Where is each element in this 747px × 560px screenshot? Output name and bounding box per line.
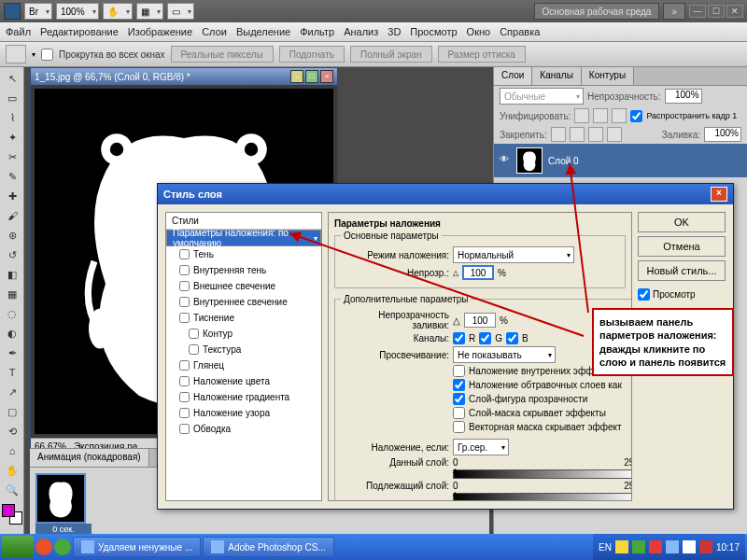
workspace-button[interactable]: Основная рабочая среда — [534, 3, 660, 20]
lock-pixels[interactable] — [570, 127, 585, 142]
blend-mode-select-dlg[interactable]: Нормальный — [453, 246, 574, 263]
gradient-tool[interactable]: ▦ — [2, 285, 22, 303]
path-tool[interactable]: ↗ — [2, 383, 22, 401]
dialog-close[interactable]: × — [711, 187, 727, 202]
layers-tab[interactable]: Слои — [494, 67, 532, 85]
stamp-tool[interactable]: ⊛ — [2, 226, 22, 245]
blendif-select[interactable]: Гр.сер. — [453, 439, 509, 455]
new-style-button[interactable]: Новый стиль... — [638, 260, 726, 281]
preview-checkbox[interactable] — [638, 288, 650, 301]
style-checkbox[interactable] — [179, 313, 190, 323]
this-layer-slider[interactable]: ▲▲ — [453, 469, 632, 479]
tray-icon[interactable] — [632, 540, 645, 553]
lock-trans[interactable] — [551, 127, 566, 142]
style-item-1[interactable]: Тень — [166, 246, 321, 262]
blur-tool[interactable]: ◌ — [2, 304, 22, 323]
document-titlebar[interactable]: 1_15.jpg @ 66,7% (Слой 0, RGB/8) * - □ × — [31, 68, 337, 85]
cb-vector-mask[interactable] — [453, 421, 465, 433]
quicklaunch-opera[interactable] — [35, 539, 52, 555]
fit-screen-button[interactable]: Подогнать — [279, 46, 345, 63]
menu-file[interactable]: Файл — [6, 26, 31, 37]
style-item-7[interactable]: Текстура — [166, 342, 321, 357]
style-checkbox[interactable] — [179, 249, 190, 259]
doc-close[interactable]: × — [320, 70, 333, 83]
doc-maximize[interactable]: □ — [305, 70, 318, 83]
crop-tool[interactable]: ✂ — [2, 147, 22, 166]
print-size-button[interactable]: Размер оттиска — [438, 46, 526, 63]
cancel-button[interactable]: Отмена — [638, 236, 726, 257]
history-brush-tool[interactable]: ↺ — [2, 245, 22, 264]
minimize-button[interactable]: — — [689, 5, 706, 18]
style-item-6[interactable]: Контур — [166, 326, 321, 342]
style-item-3[interactable]: Внешнее свечение — [166, 278, 321, 294]
style-item-5[interactable]: Тиснение — [166, 310, 321, 326]
menu-window[interactable]: Окно — [467, 26, 491, 37]
brush-tool[interactable]: 🖌 — [2, 206, 22, 225]
type-tool[interactable]: T — [2, 363, 22, 382]
menu-view[interactable]: Просмотр — [410, 26, 457, 37]
quicklaunch-utorrent[interactable] — [54, 539, 71, 555]
ok-button[interactable]: OK — [638, 212, 726, 232]
tray-icon[interactable] — [683, 540, 696, 553]
unify-btn2[interactable] — [593, 108, 608, 123]
move-tool[interactable]: ↖ — [2, 69, 22, 88]
style-checkbox[interactable] — [179, 360, 190, 371]
style-item-4[interactable]: Внутреннее свечение — [166, 294, 321, 310]
knockout-select[interactable]: Не показывать — [453, 346, 556, 363]
layer-thumb[interactable] — [516, 147, 543, 174]
blend-mode-select[interactable]: Обычные — [500, 88, 584, 105]
under-layer-slider[interactable]: ▲▲ — [453, 493, 632, 501]
opacity-input[interactable]: 100% — [665, 89, 702, 104]
channels-tab[interactable]: Каналы — [532, 67, 582, 85]
style-item-12[interactable]: Обводка — [166, 421, 321, 437]
3d-tool[interactable]: ⟲ — [2, 422, 22, 441]
cb-clip-layers[interactable] — [453, 379, 465, 391]
zoom-dropdown[interactable]: 100% — [56, 3, 99, 20]
channel-g[interactable] — [479, 332, 491, 344]
marquee-tool[interactable]: ▭ — [2, 89, 22, 107]
style-checkbox[interactable] — [179, 281, 190, 291]
task-1[interactable]: Удаляем ненужные ... — [73, 537, 201, 557]
actual-pixels-button[interactable]: Реальные пикселы — [171, 46, 274, 63]
lang-indicator[interactable]: EN — [599, 542, 612, 553]
opacity-input-dlg[interactable]: 100 — [462, 265, 494, 280]
menu-analysis[interactable]: Анализ — [344, 26, 378, 37]
tray-icon[interactable] — [615, 540, 628, 553]
workspace-more[interactable]: » — [663, 3, 685, 20]
style-item-9[interactable]: Наложение цвета — [166, 373, 321, 389]
start-button[interactable] — [2, 536, 34, 558]
menu-3d[interactable]: 3D — [388, 26, 401, 37]
style-checkbox[interactable] — [179, 265, 190, 275]
style-checkbox[interactable] — [179, 392, 190, 402]
menu-help[interactable]: Справка — [500, 26, 540, 37]
style-item-0[interactable]: Параметры наложения: по умолчанию — [166, 230, 321, 246]
chevron-down-icon[interactable]: ▾ — [32, 50, 35, 59]
fg-color[interactable] — [2, 504, 15, 517]
view-dropdown[interactable]: ▦ — [136, 3, 163, 20]
zoom-tool[interactable]: 🔍 — [2, 481, 22, 499]
menu-edit[interactable]: Редактирование — [40, 26, 119, 37]
3d-cam-tool[interactable]: ⌂ — [2, 441, 22, 460]
paths-tab[interactable]: Контуры — [582, 67, 634, 85]
screen-dropdown[interactable]: ▭ — [167, 3, 194, 20]
lock-all[interactable] — [607, 127, 622, 142]
tray-icon[interactable] — [649, 540, 662, 553]
style-item-11[interactable]: Наложение узора — [166, 405, 321, 421]
propagate-checkbox[interactable] — [630, 110, 642, 122]
unify-btn1[interactable] — [574, 108, 589, 123]
doc-minimize[interactable]: - — [290, 70, 303, 83]
heal-tool[interactable]: ✚ — [2, 187, 22, 205]
shape-tool[interactable]: ▢ — [2, 402, 22, 421]
eyedropper-tool[interactable]: ✎ — [2, 167, 22, 186]
tray-icon-avira[interactable] — [699, 540, 712, 553]
menu-layer[interactable]: Слои — [202, 26, 227, 37]
menu-filter[interactable]: Фильтр — [300, 26, 334, 37]
style-checkbox[interactable] — [189, 344, 199, 355]
cb-trans-shapes[interactable] — [453, 393, 465, 405]
dialog-titlebar[interactable]: Стиль слоя × — [158, 184, 733, 204]
lasso-tool[interactable]: ⌇ — [2, 108, 22, 127]
color-swatches[interactable] — [2, 504, 22, 526]
hand-tool[interactable]: ✋ — [2, 461, 22, 480]
style-checkbox[interactable] — [179, 408, 190, 418]
scroll-all-checkbox[interactable] — [41, 49, 53, 61]
